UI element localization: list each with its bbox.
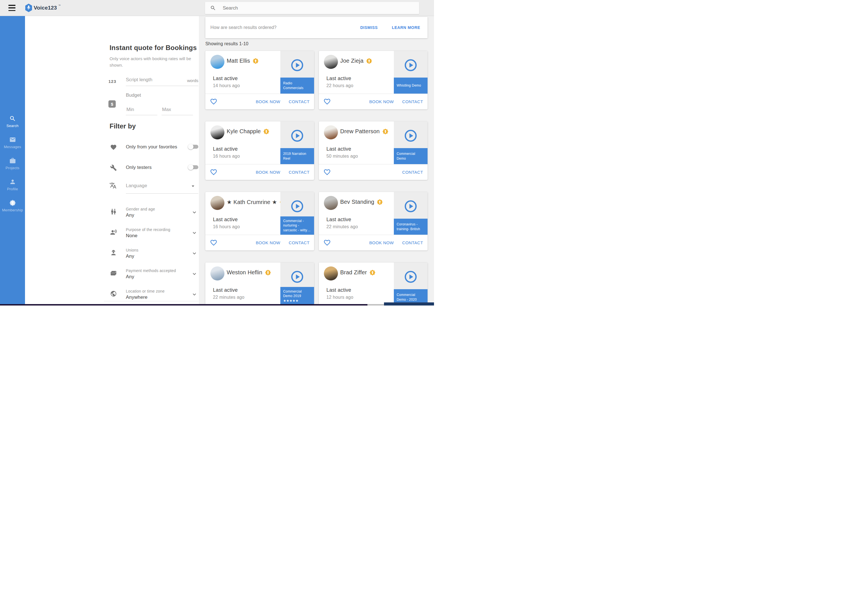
sidebar-item-profile[interactable]: Profile xyxy=(0,179,25,199)
hamburger-menu-button[interactable] xyxy=(8,5,16,11)
filter-select-label: Gender and age xyxy=(126,207,155,211)
play-demo-button[interactable] xyxy=(404,199,417,213)
actor-name[interactable]: Brad Ziffer xyxy=(340,269,367,276)
filter-select-gender-and-age[interactable]: Gender and ageAny xyxy=(109,205,198,219)
last-active-time: 22 minutes ago xyxy=(326,224,358,229)
book-now-button[interactable]: BOOK NOW xyxy=(369,239,394,247)
book-now-button[interactable]: BOOK NOW xyxy=(369,98,394,106)
card-action-bar: BOOK NOW CONTACT xyxy=(205,164,314,180)
script-length-field-row: words xyxy=(126,76,198,86)
play-demo-button[interactable] xyxy=(290,59,304,72)
favorite-button[interactable] xyxy=(210,168,217,176)
contact-button[interactable]: CONTACT xyxy=(289,239,310,247)
demo-name-badge[interactable]: 2019 Narration Reel xyxy=(281,148,314,164)
search-icon xyxy=(9,115,16,122)
card-main: Drew Patterson Last active 50 minutes ag… xyxy=(319,121,428,164)
favorites-toggle[interactable] xyxy=(188,144,198,149)
contact-button[interactable]: CONTACT xyxy=(402,98,423,106)
budget-min-field xyxy=(126,106,157,115)
testers-toggle-row: Only testers xyxy=(109,162,198,174)
contact-button[interactable]: CONTACT xyxy=(289,168,310,176)
contact-button[interactable]: CONTACT xyxy=(289,98,310,106)
filter-select-purpose-of-the-recording[interactable]: Purpose of the recordingNone xyxy=(109,225,198,239)
favorite-button[interactable] xyxy=(323,168,331,176)
demo-name-badge[interactable]: Radio Commercials xyxy=(281,78,314,93)
sidebar-item-membership[interactable]: Membership xyxy=(0,199,25,221)
dollar-icon: $ xyxy=(108,100,116,108)
filter-select-payment-methods-accepted[interactable]: Payment methods acceptedAny xyxy=(109,266,198,280)
contact-button[interactable]: CONTACT xyxy=(402,239,423,247)
voice-actor-card: Brad Ziffer Last active 12 hours ago Com… xyxy=(319,263,428,306)
voice123-app: Voice123 ™ SearchMessagesProjectsProfile… xyxy=(0,0,434,306)
card-action-bar: BOOK NOW CONTACT xyxy=(205,235,314,250)
favorite-button[interactable] xyxy=(323,98,331,106)
search-order-banner: How are search results ordered? DISMISS … xyxy=(205,17,428,38)
gender-icon xyxy=(110,208,117,216)
filter-select-label: Location or time zone xyxy=(126,289,164,294)
demo-name-badge[interactable]: Commercial Demo 2019 ★★★★★ xyxy=(281,287,314,306)
sidebar-item-label: Projects xyxy=(6,166,19,170)
budget-max-input[interactable] xyxy=(161,106,193,115)
actor-name[interactable]: Matt Ellis xyxy=(227,58,250,64)
card-main: Matt Ellis Last active 14 hours ago Radi… xyxy=(205,51,314,93)
contact-button[interactable]: CONTACT xyxy=(402,168,423,176)
projects-icon xyxy=(9,157,16,164)
last-active-label: Last active xyxy=(213,217,238,222)
filter-select-location-or-time-zone[interactable]: Location or time zoneAnywhere xyxy=(109,287,198,301)
voice-actor-card: Drew Patterson Last active 50 minutes ag… xyxy=(319,121,428,180)
learn-more-button[interactable]: LEARN MORE xyxy=(390,23,422,32)
sidebar-item-label: Membership xyxy=(2,208,23,212)
play-demo-button[interactable] xyxy=(404,129,417,143)
actor-name[interactable]: Bev Standing xyxy=(340,199,374,205)
demo-play-area: Commercial - nurturing - sarcastic - wit… xyxy=(281,192,314,235)
demo-play-area: Commercial Demo 2019 ★★★★★ xyxy=(281,263,314,305)
actor-name[interactable]: Drew Patterson xyxy=(340,128,380,135)
actor-name[interactable]: Weston Heflin xyxy=(227,269,262,276)
banner-question: How are search results ordered? xyxy=(211,25,358,30)
membership-badge-icon xyxy=(377,199,383,205)
sidebar-item-messages[interactable]: Messages xyxy=(0,136,25,157)
play-demo-button[interactable] xyxy=(290,270,304,284)
demo-play-area: Whistling Demo xyxy=(394,51,428,93)
demo-name-badge[interactable]: Commercial - nurturing - sarcastic - wit… xyxy=(281,216,314,235)
language-select[interactable]: Language xyxy=(109,181,198,194)
actor-name[interactable]: Kyle Chapple xyxy=(227,128,261,135)
sidebar-item-search[interactable]: Search xyxy=(0,115,25,136)
actor-name[interactable]: Joe Zieja xyxy=(340,58,363,64)
budget-min-input[interactable] xyxy=(126,106,157,115)
dismiss-button[interactable]: DISMISS xyxy=(358,23,379,32)
play-demo-button[interactable] xyxy=(290,199,304,213)
filter-select-unions[interactable]: UnionsAny xyxy=(109,246,198,260)
global-search-bar[interactable] xyxy=(205,2,419,14)
filter-select-value: Any xyxy=(126,274,134,280)
favorite-button[interactable] xyxy=(323,239,331,246)
demo-name-badge[interactable]: Whistling Demo xyxy=(394,78,428,93)
favorite-button[interactable] xyxy=(210,98,217,106)
play-demo-button[interactable] xyxy=(290,129,304,143)
book-now-button[interactable]: BOOK NOW xyxy=(256,168,280,176)
sidebar-item-projects[interactable]: Projects xyxy=(0,157,25,179)
actor-name[interactable]: ★ Kath Crumrine ★ xyxy=(227,199,277,205)
last-active-label: Last active xyxy=(326,217,351,222)
book-now-button[interactable]: BOOK NOW xyxy=(256,98,280,106)
card-action-bar: BOOK NOW CONTACT xyxy=(319,235,428,250)
numbers-icon: 123 xyxy=(108,79,116,84)
horizontal-scrollbar-thumb[interactable] xyxy=(367,304,384,306)
testers-toggle[interactable] xyxy=(188,165,198,170)
play-demo-button[interactable] xyxy=(404,270,417,284)
voice-actor-card: Matt Ellis Last active 14 hours ago Radi… xyxy=(205,51,314,109)
voice123-logo[interactable]: Voice123 ™ xyxy=(25,4,60,12)
last-active-time: 12 hours ago xyxy=(326,295,353,300)
favorite-button[interactable] xyxy=(210,239,217,246)
demo-name-badge[interactable]: Coronavirus - training- British xyxy=(394,219,428,235)
voice-actor-card: Joe Zieja Last active 22 hours ago Whist… xyxy=(319,51,428,109)
demo-name-badge[interactable]: Commercial Demo xyxy=(394,148,428,164)
instant-quote-title: Instant quote for Bookings xyxy=(110,44,197,52)
last-active-time: 22 hours ago xyxy=(326,83,353,88)
last-active-time: 16 hours ago xyxy=(213,154,240,159)
search-input[interactable] xyxy=(222,5,402,11)
last-active-time: 50 minutes ago xyxy=(326,154,358,159)
card-main: Kyle Chapple Last active 16 hours ago 20… xyxy=(205,121,314,164)
play-demo-button[interactable] xyxy=(404,59,417,72)
book-now-button[interactable]: BOOK NOW xyxy=(256,239,280,247)
